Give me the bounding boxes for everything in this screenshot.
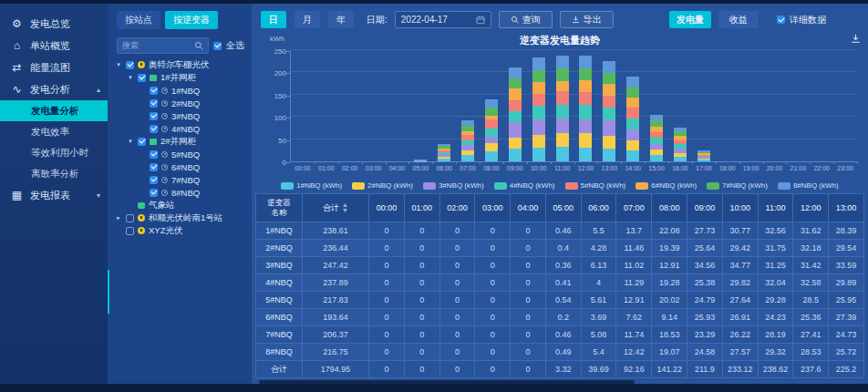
tree-node[interactable]: 3#NBQ — [115, 109, 252, 122]
sidebar-subitem-3-3[interactable]: 离散率分析 — [0, 163, 108, 184]
sidebar-item-3[interactable]: ∿发电分析▴ — [0, 78, 108, 100]
table-cell: 29.54 — [829, 240, 863, 256]
chevron-right-icon[interactable]: ▸ — [115, 214, 122, 222]
tree-node-checkbox[interactable] — [126, 227, 134, 235]
tree-node[interactable]: XYZ光伏 — [115, 224, 252, 237]
chevron-down-icon[interactable]: ▾ — [127, 74, 134, 81]
tree-node[interactable]: 6#NBQ — [115, 160, 252, 173]
tree-node-checkbox[interactable] — [138, 138, 146, 146]
legend-label: 3#NBQ (kWh) — [439, 181, 484, 190]
tree-node-checkbox[interactable] — [150, 163, 158, 171]
date-input[interactable]: 2022-04-17 — [395, 11, 491, 28]
table-cell: 0 — [475, 240, 510, 256]
chevron-down-icon[interactable]: ▾ — [127, 138, 134, 145]
device-tree-panel: 按站点 按逆变器 搜索 全选 ▾奥特尔车棚光伏▾1#并网柜1#NBQ2#NBQ3… — [108, 4, 252, 384]
period-tab-月[interactable]: 月 — [294, 11, 320, 28]
tree-search-input[interactable]: 搜索 — [117, 37, 209, 54]
chart-download-icon[interactable] — [851, 34, 861, 44]
tree-node[interactable]: 5#NBQ — [115, 148, 252, 160]
generation-table: 逆变器名称合计00:0001:0002:0003:0004:0005:0006:… — [255, 193, 864, 378]
tree-node-checkbox[interactable] — [150, 125, 158, 133]
metric-tab-0[interactable]: 发电量 — [669, 11, 711, 28]
legend-item[interactable]: 5#NBQ (kWh) — [565, 181, 626, 190]
tree-node[interactable]: ▾2#并网柜 — [115, 135, 252, 148]
legend-item[interactable]: 4#NBQ (kWh) — [494, 181, 555, 190]
tree-node-checkbox[interactable] — [126, 61, 134, 69]
tree-node-checkbox[interactable] — [150, 150, 158, 159]
table-cell-name: 2#NBQ — [256, 240, 302, 256]
sidebar-subitem-3-2[interactable]: 等效利用小时 — [0, 142, 108, 163]
legend-item[interactable]: 7#NBQ (kWh) — [707, 181, 768, 190]
sidebar-item-label: 发电报表 — [30, 189, 70, 202]
period-tab-年[interactable]: 年 — [328, 11, 354, 28]
sidebar-subitem-3-1[interactable]: 发电效率 — [0, 121, 108, 142]
sidebar-item-1[interactable]: ⌂单站概览 — [0, 35, 108, 57]
bar-segment — [556, 81, 569, 92]
table-cell: 34.77 — [723, 257, 758, 273]
table-hscrollbar-thumb[interactable] — [259, 380, 635, 384]
sidebar-item-4[interactable]: ▦发电报表▾ — [0, 184, 108, 206]
tree-node-checkbox[interactable] — [150, 99, 158, 108]
table-hscrollbar[interactable] — [259, 380, 864, 384]
select-all-checkbox[interactable] — [213, 42, 222, 50]
tab-by-station[interactable]: 按站点 — [117, 11, 160, 29]
bar-segment — [626, 140, 639, 151]
bar-segment — [579, 105, 592, 119]
tree-node[interactable]: 2#NBQ — [115, 97, 252, 109]
search-icon[interactable] — [194, 41, 203, 50]
legend-item[interactable]: 8#NBQ (kWh) — [778, 181, 839, 190]
x-axis-label: 21:00 — [790, 165, 807, 171]
tree-node[interactable]: ▾1#并网柜 — [115, 71, 252, 84]
table-header-total[interactable]: 合计 — [303, 194, 368, 222]
chevron-down-icon[interactable]: ▾ — [115, 61, 122, 68]
export-button[interactable]: 导出 — [560, 11, 614, 28]
tree-node[interactable]: 7#NBQ — [115, 173, 252, 186]
legend-swatch — [423, 182, 436, 190]
tree-node[interactable]: 1#NBQ — [115, 84, 252, 97]
table-cell: 0 — [405, 240, 439, 256]
sidebar-item-2[interactable]: ⇄能量流图 — [0, 57, 108, 78]
sidebar-item-0[interactable]: ⚙发电总览 — [0, 13, 108, 35]
tree-node[interactable]: 8#NBQ — [115, 186, 252, 199]
legend-item[interactable]: 6#NBQ (kWh) — [636, 181, 697, 190]
table-cell: 25.38 — [687, 274, 722, 291]
legend-item[interactable]: 2#NBQ (kWh) — [352, 181, 413, 190]
tree-node[interactable]: 气象站 — [115, 199, 252, 211]
calendar-icon[interactable] — [476, 15, 485, 25]
period-tab-日[interactable]: 日 — [261, 11, 286, 28]
tree-node[interactable]: 4#NBQ — [115, 122, 252, 135]
sidebar-subitem-3-0[interactable]: 发电量分析 — [0, 100, 108, 121]
sort-icon[interactable] — [342, 203, 348, 212]
tree-node-checkbox[interactable] — [150, 176, 158, 184]
legend-item[interactable]: 1#NBQ (kWh) — [281, 181, 342, 190]
tree-node-checkbox[interactable] — [150, 189, 158, 197]
toolbar: 日月年 日期: 2022-04-17 查询 导出 发电量收益 — [252, 4, 868, 29]
bar-segment — [485, 119, 498, 129]
bar-segment — [579, 133, 592, 148]
bar-segment — [532, 119, 545, 135]
detail-data-checkbox[interactable] — [777, 15, 785, 24]
table-cell: 11.46 — [616, 240, 651, 256]
table-cell: 0.4 — [546, 240, 581, 256]
table-cell-name: 6#NBQ — [256, 309, 302, 325]
tree-node-checkbox[interactable] — [150, 112, 158, 120]
tab-by-inverter[interactable]: 按逆变器 — [165, 11, 218, 29]
tree-node[interactable]: ▸和顺光伏岭南1号站 — [115, 211, 252, 224]
table-cell: 25.72 — [829, 344, 863, 360]
tree-node[interactable]: ▾奥特尔车棚光伏 — [115, 58, 252, 71]
legend-swatch — [281, 182, 294, 190]
table-cell: 22.08 — [652, 222, 687, 239]
table-cell-total: 206.37 — [303, 326, 368, 343]
tree-node-checkbox[interactable] — [138, 74, 146, 82]
metric-tab-1[interactable]: 收益 — [718, 11, 759, 28]
x-axis-label: 22:00 — [813, 165, 830, 171]
app-root: ⚙发电总览⌂单站概览⇄能量流图∿发电分析▴发电量分析发电效率等效利用小时离散率分… — [0, 4, 868, 384]
tree-node-checkbox[interactable] — [126, 214, 134, 222]
table-cell: 34.56 — [687, 257, 722, 273]
table-cell: 19.07 — [652, 344, 687, 360]
legend-item[interactable]: 3#NBQ (kWh) — [423, 181, 484, 190]
tree-node-checkbox[interactable] — [150, 87, 158, 95]
sidebar-item-label: 单站概览 — [30, 39, 70, 53]
bar-segment — [603, 61, 615, 73]
query-button[interactable]: 查询 — [499, 11, 553, 28]
